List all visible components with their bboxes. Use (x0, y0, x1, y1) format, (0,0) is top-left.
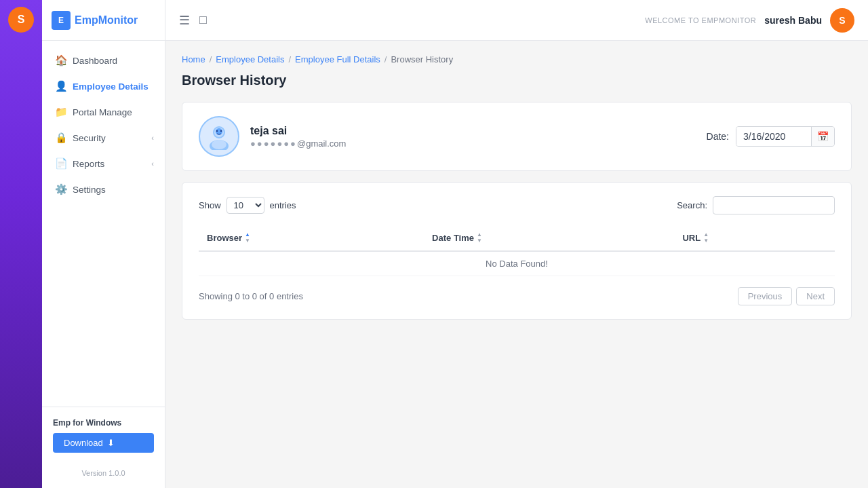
sidebar-logo: E EmpMonitor (42, 0, 165, 41)
avatar-svg (205, 123, 233, 150)
topbar-right: WELCOME TO EMPMONITOR suresh Babu S (645, 8, 854, 33)
sidebar-item-settings[interactable]: ⚙️ Settings (42, 176, 165, 202)
sidebar-item-portal-manage[interactable]: 📁 Portal Manage (42, 99, 165, 125)
sidebar-download-section: Emp for Windows Download ⬇ (42, 407, 165, 464)
table-controls: Show 10 25 50 100 entries Search: (199, 196, 835, 214)
settings-icon: ⚙️ (55, 183, 67, 195)
no-data-cell: No Data Found! (199, 251, 835, 276)
accent-bar: S (0, 0, 42, 488)
sidebar-item-label: Portal Manage (73, 107, 132, 117)
logo-prefix: Emp (75, 14, 98, 26)
shield-icon: 🔒 (55, 132, 67, 144)
employee-email: ●●●●●●●@gmail.com (250, 138, 707, 149)
main-area: ☰ □ WELCOME TO EMPMONITOR suresh Babu S … (165, 0, 868, 488)
sidebar-item-label: Security (73, 133, 106, 143)
sort-arrows-browser: ▲ ▼ (245, 232, 250, 244)
previous-button[interactable]: Previous (738, 287, 793, 305)
welcome-text: WELCOME TO EMPMONITOR (645, 16, 756, 24)
pagination: Previous Next (738, 287, 835, 305)
logo-icon: E (52, 11, 71, 30)
table-footer: Showing 0 to 0 of 0 entries Previous Nex… (199, 287, 835, 305)
date-input[interactable] (736, 127, 811, 146)
sidebar-item-dashboard[interactable]: 🏠 Dashboard (42, 48, 165, 73)
logo-suffix: Monitor (98, 14, 138, 26)
breadcrumb-home[interactable]: Home (182, 54, 205, 64)
employee-avatar (199, 116, 239, 157)
sidebar: E EmpMonitor 🏠 Dashboard 👤 Employee Deta… (42, 0, 165, 488)
search-wrap: Search: (677, 196, 835, 214)
sidebar-nav: 🏠 Dashboard 👤 Employee Details 📁 Portal … (42, 41, 165, 407)
sidebar-item-label: Dashboard (73, 56, 117, 66)
show-label: Show (199, 200, 221, 210)
employee-name: teja sai (250, 125, 707, 137)
calendar-icon[interactable]: 📅 (811, 127, 834, 146)
sidebar-item-reports[interactable]: 📄 Reports ‹ (42, 151, 165, 176)
sidebar-item-label: Reports (73, 159, 104, 169)
download-section-label: Emp for Windows (53, 418, 154, 428)
chevron-icon: ‹ (151, 134, 154, 142)
download-button[interactable]: Download ⬇ (53, 433, 154, 453)
show-entries-control: Show 10 25 50 100 entries (199, 197, 296, 214)
accent-avatar: S (8, 7, 34, 33)
email-domain: @gmail.com (297, 138, 346, 149)
employee-card: teja sai ●●●●●●●@gmail.com Date: 📅 (182, 102, 852, 171)
col-browser[interactable]: Browser ▲ ▼ (199, 225, 424, 251)
home-icon: 🏠 (55, 54, 67, 67)
user-name: suresh Babu (764, 15, 822, 26)
showing-entries-text: Showing 0 to 0 of 0 entries (199, 291, 303, 301)
next-button[interactable]: Next (796, 287, 835, 305)
download-button-label: Download (64, 438, 103, 448)
no-data-row: No Data Found! (199, 251, 835, 276)
search-input[interactable] (713, 196, 835, 214)
breadcrumb-employee-details[interactable]: Employee Details (216, 54, 284, 64)
content-area: Home / Employee Details / Employee Full … (165, 41, 868, 488)
date-label: Date: (707, 131, 729, 142)
email-prefix: ●●●●●●● (250, 138, 297, 149)
svg-point-4 (212, 140, 226, 149)
svg-point-5 (216, 130, 218, 132)
sort-arrows-url: ▲ ▼ (703, 232, 709, 244)
sort-arrows-datetime: ▲ ▼ (477, 232, 482, 244)
breadcrumb-sep-1: / (210, 54, 212, 64)
sidebar-item-label: Employee Details (73, 81, 149, 92)
col-url[interactable]: URL ▲ ▼ (674, 225, 835, 251)
sidebar-item-employee-details[interactable]: 👤 Employee Details (42, 73, 165, 99)
sidebar-item-label: Settings (73, 185, 106, 195)
table-card: Show 10 25 50 100 entries Search: (182, 182, 852, 320)
expand-icon[interactable]: □ (199, 13, 207, 27)
table-head: Browser ▲ ▼ Date Time ▲ (199, 225, 835, 251)
entries-label: entries (270, 200, 296, 210)
breadcrumb-sep-2: / (288, 54, 291, 64)
data-table: Browser ▲ ▼ Date Time ▲ (199, 225, 835, 276)
page-title: Browser History (182, 73, 852, 88)
col-datetime[interactable]: Date Time ▲ ▼ (424, 225, 674, 251)
chevron-icon: ‹ (151, 159, 154, 168)
breadcrumb: Home / Employee Details / Employee Full … (182, 54, 852, 64)
folder-icon: 📁 (55, 106, 67, 118)
topbar: ☰ □ WELCOME TO EMPMONITOR suresh Babu S (165, 0, 868, 41)
reports-icon: 📄 (55, 157, 67, 170)
search-label: Search: (677, 200, 707, 210)
download-icon: ⬇ (107, 438, 115, 448)
topbar-left: ☰ □ (179, 13, 207, 28)
version-text: Version 1.0.0 (42, 464, 165, 488)
menu-icon[interactable]: ☰ (179, 13, 190, 28)
employee-icon: 👤 (55, 80, 67, 92)
breadcrumb-employee-full-details[interactable]: Employee Full Details (295, 54, 380, 64)
breadcrumb-sep-3: / (384, 54, 387, 64)
table-body: No Data Found! (199, 251, 835, 276)
user-avatar: S (830, 8, 854, 33)
svg-point-6 (220, 130, 222, 132)
sidebar-item-security[interactable]: 🔒 Security ‹ (42, 125, 165, 151)
table-header-row: Browser ▲ ▼ Date Time ▲ (199, 225, 835, 251)
logo-text: EmpMonitor (75, 14, 138, 26)
date-input-wrap: 📅 (736, 126, 835, 147)
user-initials: S (839, 15, 845, 26)
entries-select[interactable]: 10 25 50 100 (226, 197, 264, 214)
date-section: Date: 📅 (707, 126, 835, 147)
employee-info: teja sai ●●●●●●●@gmail.com (250, 125, 707, 149)
breadcrumb-current: Browser History (391, 54, 453, 64)
